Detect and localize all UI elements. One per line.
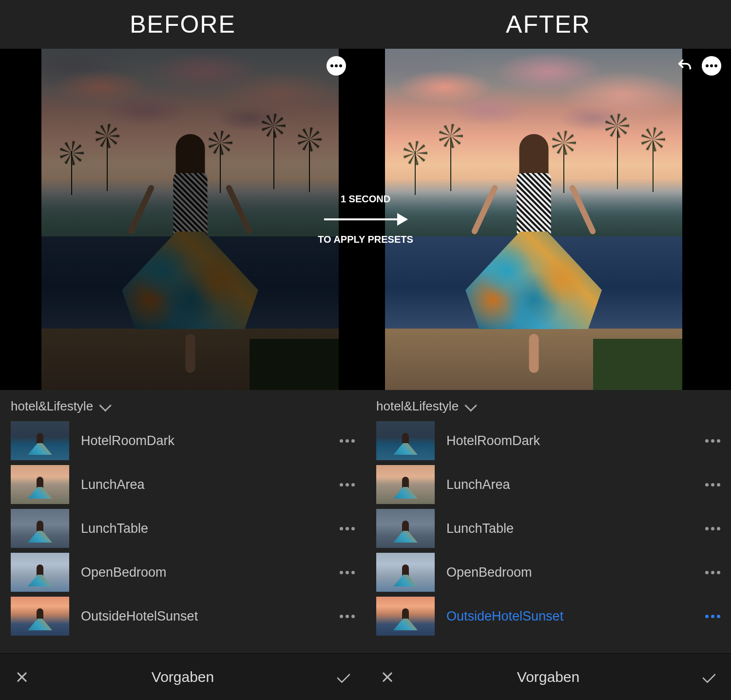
preset-thumbnail bbox=[11, 597, 69, 636]
more-icon[interactable] bbox=[340, 483, 355, 486]
before-photo[interactable] bbox=[41, 49, 339, 390]
more-icon[interactable] bbox=[327, 56, 346, 76]
more-icon[interactable] bbox=[340, 571, 355, 574]
preset-thumbnail bbox=[11, 465, 69, 504]
preset-name: LunchTable bbox=[81, 521, 328, 536]
preset-list: HotelRoomDarkLunchAreaLunchTableOpenBedr… bbox=[0, 419, 366, 653]
close-icon[interactable] bbox=[380, 670, 395, 684]
more-icon[interactable] bbox=[705, 483, 720, 486]
after-image-panel bbox=[366, 49, 731, 390]
close-icon[interactable] bbox=[15, 670, 29, 684]
image-comparison-row: 1 SECOND TO APPLY PRESETS bbox=[0, 49, 731, 390]
preset-name: OpenBedroom bbox=[446, 565, 693, 580]
after-label: AFTER bbox=[366, 10, 731, 39]
preset-item[interactable]: LunchTable bbox=[0, 506, 366, 550]
preset-item[interactable]: OutsideHotelSunset bbox=[366, 594, 731, 638]
preset-thumbnail bbox=[376, 421, 435, 460]
preset-group-name: hotel&Lifestyle bbox=[11, 399, 93, 414]
more-icon[interactable] bbox=[702, 56, 721, 76]
preset-name: OutsideHotelSunset bbox=[446, 609, 693, 624]
preset-panels-row: hotel&Lifestyle HotelRoomDarkLunchAreaLu… bbox=[0, 390, 731, 653]
preset-name: LunchArea bbox=[81, 477, 328, 492]
preset-thumbnail bbox=[376, 509, 435, 548]
more-icon[interactable] bbox=[705, 571, 720, 574]
preset-item[interactable]: OpenBedroom bbox=[0, 550, 366, 594]
preset-name: LunchTable bbox=[446, 521, 693, 536]
preset-name: LunchArea bbox=[446, 477, 693, 492]
preset-item[interactable]: HotelRoomDark bbox=[0, 419, 366, 463]
preset-thumbnail bbox=[376, 553, 435, 592]
before-image-panel bbox=[0, 49, 366, 390]
preset-thumbnail bbox=[376, 465, 435, 504]
preset-thumbnail bbox=[11, 509, 69, 548]
comparison-header: BEFORE AFTER bbox=[0, 0, 731, 49]
after-preset-panel: hotel&Lifestyle HotelRoomDarkLunchAreaLu… bbox=[366, 390, 731, 653]
after-photo[interactable] bbox=[385, 49, 682, 390]
before-footer: Vorgaben bbox=[0, 653, 366, 700]
preset-group-dropdown[interactable]: hotel&Lifestyle bbox=[366, 390, 731, 419]
preset-item[interactable]: LunchTable bbox=[366, 506, 731, 550]
footer-title: Vorgaben bbox=[152, 669, 214, 685]
preset-item[interactable]: LunchArea bbox=[0, 463, 366, 506]
preset-name: HotelRoomDark bbox=[81, 433, 328, 448]
more-icon[interactable] bbox=[340, 527, 355, 530]
footer-title: Vorgaben bbox=[517, 669, 579, 685]
preset-list: HotelRoomDarkLunchAreaLunchTableOpenBedr… bbox=[366, 419, 731, 653]
preset-thumbnail bbox=[376, 597, 435, 636]
before-label: BEFORE bbox=[0, 10, 366, 39]
confirm-icon[interactable] bbox=[702, 670, 716, 684]
preset-thumbnail bbox=[11, 553, 69, 592]
more-icon[interactable] bbox=[705, 527, 720, 530]
confirm-icon[interactable] bbox=[336, 670, 351, 684]
preset-name: HotelRoomDark bbox=[446, 433, 693, 448]
before-preset-panel: hotel&Lifestyle HotelRoomDarkLunchAreaLu… bbox=[0, 390, 366, 653]
more-icon[interactable] bbox=[340, 439, 355, 443]
footer-row: Vorgaben Vorgaben bbox=[0, 653, 731, 700]
more-icon[interactable] bbox=[705, 615, 720, 618]
undo-icon[interactable] bbox=[675, 56, 694, 76]
preset-item[interactable]: HotelRoomDark bbox=[366, 419, 731, 463]
preset-thumbnail bbox=[11, 421, 69, 460]
after-footer: Vorgaben bbox=[366, 653, 731, 700]
more-icon[interactable] bbox=[340, 615, 355, 618]
preset-group-dropdown[interactable]: hotel&Lifestyle bbox=[0, 390, 366, 419]
more-icon[interactable] bbox=[705, 439, 720, 443]
preset-name: OpenBedroom bbox=[81, 565, 328, 580]
preset-name: OutsideHotelSunset bbox=[81, 609, 328, 624]
preset-group-name: hotel&Lifestyle bbox=[376, 399, 459, 414]
chevron-down-icon bbox=[465, 399, 477, 411]
chevron-down-icon bbox=[99, 399, 112, 411]
preset-item[interactable]: OpenBedroom bbox=[366, 550, 731, 594]
preset-item[interactable]: LunchArea bbox=[366, 463, 731, 506]
preset-item[interactable]: OutsideHotelSunset bbox=[0, 594, 366, 638]
